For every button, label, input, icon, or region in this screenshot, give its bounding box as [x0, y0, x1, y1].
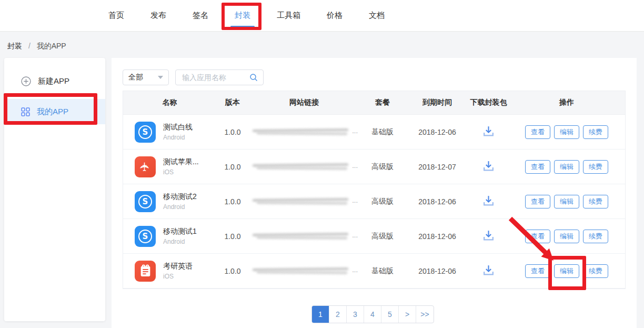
breadcrumb-current: 我的APP — [37, 42, 66, 50]
app-plan: 高级版 — [359, 232, 406, 241]
link-ellipsis: ... — [352, 196, 358, 204]
edit-button[interactable]: 编辑 — [554, 195, 579, 208]
category-select[interactable]: 全部 — [123, 69, 169, 85]
redacted-link: ... — [251, 197, 357, 206]
page-button-5[interactable]: 5 — [381, 306, 399, 323]
app-version: 1.0.0 — [216, 197, 249, 206]
page-button->>[interactable]: >> — [416, 306, 434, 323]
sogou-blue-app-icon: S — [135, 122, 156, 143]
annotation-box-nav-package — [222, 3, 261, 30]
top-nav: 首页发布签名封装工具箱价格文档 — [0, 0, 644, 32]
redacted-link: ... — [251, 267, 357, 275]
download-icon[interactable] — [482, 160, 495, 172]
page-button-3[interactable]: 3 — [347, 306, 364, 323]
page-button->[interactable]: > — [399, 306, 416, 323]
plus-circle-icon — [21, 76, 31, 86]
sogou-blue-app-icon: S — [135, 191, 156, 212]
app-plan: 高级版 — [359, 197, 406, 206]
renew-button[interactable]: 续费 — [583, 160, 608, 174]
annotation-box-edit-button — [548, 256, 586, 290]
nav-item-7[interactable]: 文档 — [369, 7, 385, 24]
nav-item-2[interactable]: 发布 — [150, 7, 166, 24]
app-plan: 基础版 — [359, 266, 406, 276]
plane-red-app-icon: ✈ — [135, 156, 156, 177]
search-input[interactable] — [181, 73, 246, 82]
app-version: 1.0.0 — [216, 267, 249, 275]
column-header: 操作 — [508, 98, 625, 107]
column-header: 到期时间 — [406, 98, 469, 107]
app-name: 移动测试2 — [163, 192, 197, 202]
app-expire-date: 2018-12-06 — [406, 128, 469, 136]
app-platform: iOS — [163, 168, 199, 176]
edit-button[interactable]: 编辑 — [554, 160, 579, 174]
view-button[interactable]: 查看 — [525, 160, 550, 174]
pagination: 12345>>> — [311, 305, 434, 323]
view-button[interactable]: 查看 — [525, 195, 550, 208]
link-ellipsis: ... — [352, 266, 358, 274]
column-header: 版本 — [216, 98, 249, 107]
annotation-box-sidebar-myapp — [4, 93, 97, 125]
column-header: 名称 — [123, 98, 216, 107]
column-header: 套餐 — [359, 98, 406, 107]
search-box — [175, 69, 264, 85]
app-version: 1.0.0 — [216, 163, 249, 171]
breadcrumb-separator: / — [28, 42, 31, 50]
nav-item-1[interactable]: 首页 — [108, 7, 124, 24]
app-name: 移动测试1 — [163, 227, 197, 236]
app-version: 1.0.0 — [216, 128, 249, 136]
table-row: S 测试白线 Android 1.0.0 ... 基础版 2018-12-06 … — [123, 115, 625, 150]
link-ellipsis: ... — [352, 127, 358, 135]
redacted-link: ... — [251, 232, 357, 241]
app-expire-date: 2018-12-07 — [406, 163, 469, 171]
renew-button[interactable]: 续费 — [583, 230, 608, 243]
clipboard-red-app-icon — [135, 261, 156, 282]
column-header: 下载封装包 — [469, 98, 508, 107]
page-button-2[interactable]: 2 — [329, 306, 347, 323]
app-plan: 基础版 — [359, 127, 406, 137]
download-icon[interactable] — [482, 264, 495, 276]
sidebar-item-1[interactable]: 新建APP — [4, 68, 105, 94]
nav-item-5[interactable]: 工具箱 — [277, 7, 300, 24]
app-expire-date: 2018-12-06 — [406, 267, 469, 275]
table-header: 名称版本网站链接套餐到期时间下载封装包操作 — [123, 91, 625, 115]
nav-item-6[interactable]: 价格 — [327, 7, 343, 24]
sidebar-item-label: 新建APP — [38, 76, 69, 86]
download-icon[interactable] — [482, 230, 495, 242]
search-icon[interactable] — [249, 73, 258, 82]
edit-button[interactable]: 编辑 — [554, 125, 579, 139]
page-button-4[interactable]: 4 — [364, 306, 381, 323]
filter-toolbar: 全部 — [123, 69, 264, 85]
column-header: 网站链接 — [249, 98, 359, 107]
app-plan: 高级版 — [359, 162, 406, 172]
download-icon[interactable] — [482, 125, 495, 137]
app-expire-date: 2018-12-06 — [406, 232, 469, 241]
app-platform: Android — [163, 238, 197, 245]
link-ellipsis: ... — [352, 162, 358, 170]
app-platform: Android — [163, 134, 193, 141]
app-expire-date: 2018-12-06 — [406, 197, 469, 206]
redacted-link: ... — [251, 163, 357, 171]
page-button-1[interactable]: 1 — [312, 306, 329, 323]
renew-button[interactable]: 续费 — [583, 125, 608, 139]
app-version: 1.0.0 — [216, 232, 249, 241]
download-icon[interactable] — [482, 195, 495, 207]
renew-button[interactable]: 续费 — [583, 264, 608, 278]
category-select-value: 全部 — [128, 73, 143, 82]
app-name: 测试白线 — [163, 123, 193, 132]
breadcrumb-section[interactable]: 封装 — [7, 42, 22, 50]
app-name: 考研英语 — [163, 262, 193, 271]
sogou-blue-app-icon: S — [135, 226, 156, 247]
redacted-link: ... — [251, 128, 357, 136]
app-name: 测试苹果... — [163, 157, 199, 167]
app-platform: Android — [163, 203, 197, 211]
view-button[interactable]: 查看 — [525, 125, 550, 139]
breadcrumb: 封装 / 我的APP — [7, 42, 66, 51]
table-row: ✈ 测试苹果... iOS 1.0.0 ... 高级版 2018-12-07 查… — [123, 150, 625, 184]
nav-item-3[interactable]: 签名 — [193, 7, 208, 24]
renew-button[interactable]: 续费 — [583, 195, 608, 208]
chevron-down-icon — [158, 76, 163, 79]
app-platform: iOS — [163, 273, 193, 280]
link-ellipsis: ... — [352, 231, 358, 239]
